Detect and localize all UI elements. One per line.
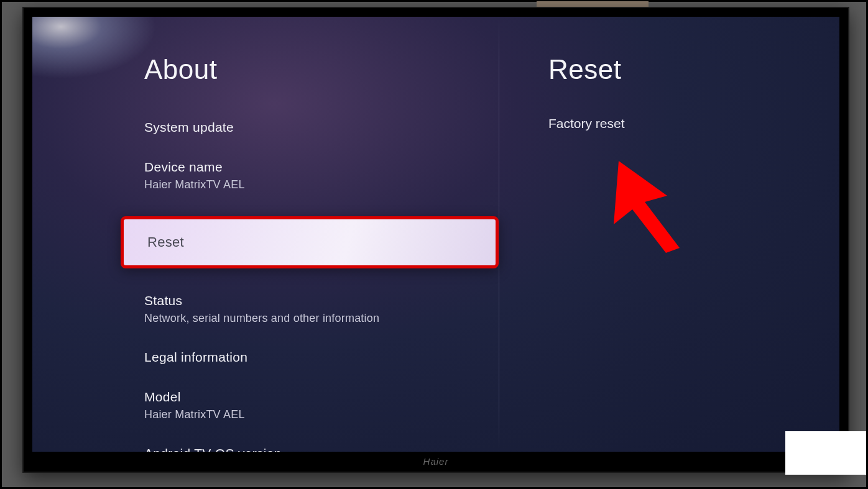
menu-item-value: Haier MatrixTV AEL <box>144 408 492 421</box>
menu-item-factory-reset[interactable]: Factory reset <box>548 116 816 131</box>
menu-item-label: Model <box>144 390 492 404</box>
menu-item-android-tv-os-version[interactable]: Android TV OS version <box>144 442 492 452</box>
outer-frame: About System update Device name Haier Ma… <box>0 0 868 489</box>
menu-item-label: Android TV OS version <box>144 446 492 452</box>
tv-bezel: About System update Device name Haier Ma… <box>22 7 849 473</box>
menu-item-label: Factory reset <box>548 116 816 131</box>
menu-item-label: Legal information <box>144 350 492 365</box>
overlay-box <box>785 431 866 475</box>
menu-item-model[interactable]: Model Haier MatrixTV AEL <box>144 386 492 425</box>
menu-item-label: System update <box>144 120 492 135</box>
about-panel: About System update Device name Haier Ma… <box>144 54 492 452</box>
menu-item-reset[interactable]: Reset <box>121 213 499 272</box>
menu-item-value: Network, serial numbers and other inform… <box>144 312 492 325</box>
menu-item-device-name[interactable]: Device name Haier MatrixTV AEL <box>144 156 492 195</box>
about-title: About <box>144 54 492 85</box>
screen-glare <box>32 17 157 79</box>
menu-item-label: Status <box>144 293 492 308</box>
tv-brand-label: Haier <box>423 456 449 467</box>
tv-screen: About System update Device name Haier Ma… <box>32 17 839 452</box>
menu-item-value: Haier MatrixTV AEL <box>144 178 492 191</box>
menu-item-status[interactable]: Status Network, serial numbers and other… <box>144 290 492 329</box>
arrow-annotation-icon <box>600 152 706 260</box>
reset-panel: Reset Factory reset <box>548 54 816 146</box>
menu-item-label: Device name <box>144 160 492 175</box>
reset-title: Reset <box>548 54 816 85</box>
panel-divider <box>499 17 499 452</box>
selected-highlight: Reset <box>121 216 499 268</box>
menu-item-label: Reset <box>147 234 472 250</box>
menu-item-system-update[interactable]: System update <box>144 116 492 139</box>
menu-item-legal-information[interactable]: Legal information <box>144 346 492 368</box>
